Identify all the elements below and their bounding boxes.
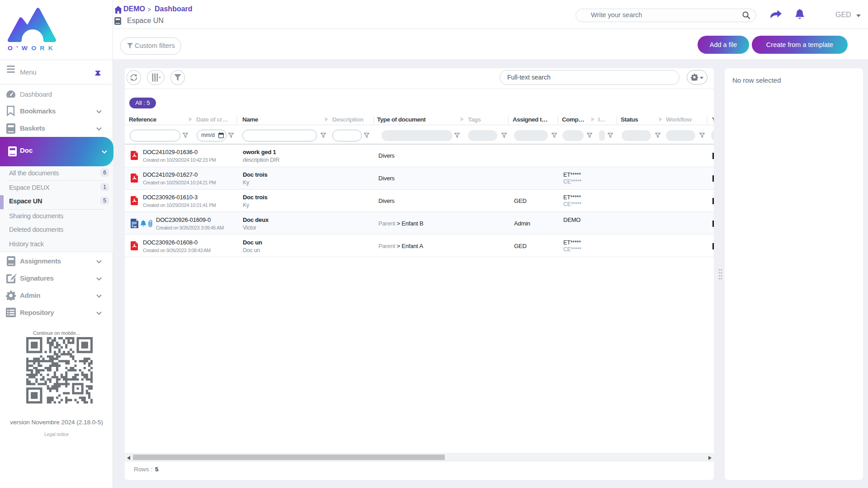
svg-text:w: w	[133, 225, 137, 228]
svg-text:O'WORK: O'WORK	[8, 45, 57, 52]
